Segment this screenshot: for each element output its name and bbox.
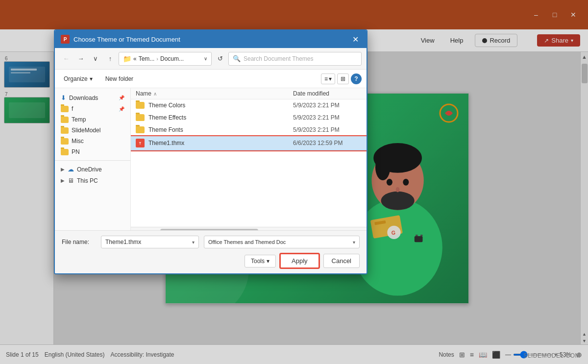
folder-icon-theme-colors (136, 102, 145, 109)
up-button[interactable]: ↑ (104, 52, 117, 65)
cancel-button[interactable]: Cancel (323, 254, 360, 268)
folder-icon-slidemodel (61, 127, 69, 134)
folder-icon-theme-effects (136, 114, 145, 121)
dialog-titlebar: P Choose Theme or Themed Document ✕ (55, 30, 367, 48)
folder-icon-pn (61, 149, 69, 155)
sidebar-item-pn[interactable]: PN (55, 146, 130, 157)
sidebar-label-downloads: Downloads (69, 95, 98, 101)
folder-icon-misc (61, 138, 69, 145)
breadcrumb-path: Docum... (160, 55, 184, 62)
refresh-button[interactable]: ↺ (214, 52, 226, 65)
dialog-toolbar: Organize ▾ New folder ≡ ▾ ⊞ ? (55, 70, 367, 88)
pin-icon-downloads: 📌 (119, 95, 124, 100)
filename-dropdown-arrow: ▾ (192, 240, 195, 245)
sidebar-label-onedrive: OneDrive (77, 166, 102, 173)
file-list-area: Name ∧ Date modified Theme Colors 5/9/20… (131, 88, 367, 230)
file-row-theme-colors[interactable]: Theme Colors 5/9/2023 2:21 PM (131, 99, 367, 112)
view-options-button[interactable]: ≡ ▾ (321, 73, 335, 84)
dialog-sidebar: ⬇ Downloads 📌 f 📌 Temp SlideModel (55, 88, 131, 230)
action-row: Tools ▾ Apply Cancel (62, 253, 360, 268)
forward-button[interactable]: → (74, 52, 87, 65)
filetype-dropdown-arrow: ▾ (353, 240, 355, 245)
filename-theme1: Theme1.thmx (148, 140, 293, 146)
file-list-header: Name ∧ Date modified (131, 88, 367, 99)
sidebar-label-pn: PN (72, 148, 80, 155)
sidebar-item-misc[interactable]: Misc (55, 136, 130, 146)
search-icon: 🔍 (233, 55, 241, 62)
filetype-select[interactable]: Office Themes and Themed Doc ▾ (204, 236, 360, 248)
folder-icon-f (61, 106, 69, 112)
dialog-navbar: ← → ∨ ↑ 📁 « Tem... › Docum... ∨ ↺ (55, 48, 367, 70)
dialog-overlay: P Choose Theme or Themed Document ✕ ← → … (0, 0, 588, 364)
filedate-theme-effects: 5/9/2023 2:21 PM (293, 114, 362, 121)
breadcrumb-dropdown-icon[interactable]: ∨ (204, 56, 207, 61)
sidebar-label-f: f (72, 105, 73, 112)
download-icon: ⬇ (61, 94, 66, 101)
dropdown-button[interactable]: ∨ (89, 52, 102, 65)
folder-icon-temp (61, 117, 69, 123)
filename-input[interactable]: Theme1.thmx ▾ (101, 236, 199, 248)
sidebar-label-slidemodel: SlideModel (72, 127, 100, 134)
filetype-value: Office Themes and Themed Doc (208, 239, 286, 245)
breadcrumb-folder: Tem... (139, 55, 155, 62)
dialog-ppt-icon: P (61, 35, 70, 44)
dialog-close-button[interactable]: ✕ (350, 34, 361, 45)
sidebar-label-misc: Misc (72, 138, 84, 145)
thmx-icon-theme1: T (136, 139, 145, 147)
pin-icon-f: 📌 (119, 106, 124, 112)
sidebar-item-slidemodel[interactable]: SlideModel (55, 125, 130, 136)
filedate-theme1: 6/6/2023 12:59 PM (293, 140, 362, 146)
column-date[interactable]: Date modified (293, 90, 362, 97)
sidebar-item-temp[interactable]: Temp (55, 114, 130, 125)
tools-button[interactable]: Tools ▾ (245, 255, 276, 267)
help-button[interactable]: ? (351, 73, 362, 84)
filedate-theme-colors: 5/9/2023 2:21 PM (293, 102, 362, 109)
filename-theme-colors: Theme Colors (148, 102, 293, 109)
column-name[interactable]: Name ∧ (136, 90, 293, 97)
dialog-bottom: File name: Theme1.thmx ▾ Office Themes a… (55, 230, 367, 273)
onedrive-icon: ☁ (68, 166, 74, 173)
file-dialog: P Choose Theme or Themed Document ✕ ← → … (54, 29, 368, 274)
dialog-title: Choose Theme or Themed Document (74, 36, 180, 43)
sidebar-label-temp: Temp (72, 116, 86, 123)
sidebar-item-onedrive[interactable]: ▶ ☁ OneDrive (55, 164, 130, 175)
apply-button[interactable]: Apply (280, 253, 319, 268)
organize-button[interactable]: Organize ▾ (60, 74, 97, 84)
dialog-content: ⬇ Downloads 📌 f 📌 Temp SlideModel (55, 88, 367, 230)
search-placeholder: Search Document Themes (244, 55, 314, 62)
folder-icon-theme-fonts (136, 126, 145, 133)
h-scrollbar-thumb[interactable] (160, 229, 258, 231)
sidebar-divider (55, 160, 130, 161)
filename-value: Theme1.thmx (105, 239, 141, 245)
sidebar-label-thispc: This PC (77, 177, 98, 184)
expand-icon-thispc: ▶ (61, 178, 65, 183)
tiles-button[interactable]: ⊞ (337, 73, 349, 84)
filename-row: File name: Theme1.thmx ▾ Office Themes a… (62, 236, 360, 248)
filename-theme-fonts: Theme Fonts (148, 126, 293, 133)
sidebar-item-downloads[interactable]: ⬇ Downloads 📌 (55, 92, 130, 103)
horizontal-scrollbar[interactable] (131, 227, 367, 230)
filename-theme-effects: Theme Effects (148, 114, 293, 121)
filename-label: File name: (62, 239, 96, 245)
file-list: Theme Colors 5/9/2023 2:21 PM Theme Effe… (131, 99, 367, 227)
file-row-theme-fonts[interactable]: Theme Fonts 5/9/2023 2:21 PM (131, 124, 367, 136)
computer-icon: 🖥 (68, 177, 74, 184)
back-button[interactable]: ← (60, 52, 73, 65)
new-folder-button[interactable]: New folder (101, 74, 137, 84)
file-row-theme1[interactable]: T Theme1.thmx 6/6/2023 12:59 PM (131, 136, 367, 150)
expand-icon-onedrive: ▶ (61, 167, 65, 172)
breadcrumb[interactable]: 📁 « Tem... › Docum... ∨ (119, 52, 212, 66)
sidebar-item-f[interactable]: f 📌 (55, 103, 130, 114)
file-row-theme-effects[interactable]: Theme Effects 5/9/2023 2:21 PM (131, 112, 367, 124)
sort-icon: ∧ (153, 91, 157, 97)
sidebar-item-thispc[interactable]: ▶ 🖥 This PC (55, 175, 130, 186)
search-box[interactable]: 🔍 Search Document Themes (228, 52, 362, 66)
filedate-theme-fonts: 5/9/2023 2:21 PM (293, 126, 362, 133)
